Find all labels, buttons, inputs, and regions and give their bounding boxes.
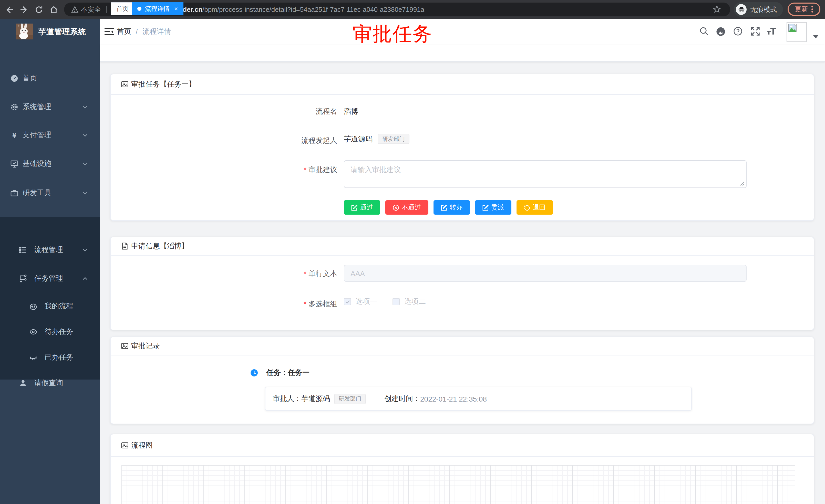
clock-icon bbox=[250, 369, 258, 377]
action-buttons: 通过 不通过 转办 委派 退回 bbox=[344, 200, 553, 215]
breadcrumb-separator: / bbox=[136, 27, 138, 36]
help-icon[interactable] bbox=[733, 26, 743, 36]
sidebar-item-infra[interactable]: 基础设施 bbox=[0, 150, 100, 178]
checkbox-checked-icon bbox=[344, 298, 351, 305]
eye-closed-icon bbox=[29, 353, 38, 362]
tab-close-icon[interactable]: × bbox=[174, 6, 178, 12]
delegate-button[interactable]: 委派 bbox=[475, 200, 511, 215]
advice-textarea[interactable]: 请输入审批建议 bbox=[344, 160, 747, 188]
sidebar-item-todo-tasks[interactable]: 待办任务 bbox=[0, 319, 100, 345]
bpmn-canvas[interactable] bbox=[122, 465, 795, 504]
bookmark-star-icon[interactable] bbox=[713, 5, 721, 15]
chevron-up-icon bbox=[82, 277, 88, 280]
sidebar-item-label: 流程管理 bbox=[34, 245, 63, 255]
sidebar-item-process-mgmt[interactable]: 流程管理 bbox=[0, 236, 100, 264]
app-logo-row[interactable]: 芋道管理系统 bbox=[0, 19, 100, 49]
sidebar-collapse-icon[interactable] bbox=[104, 28, 114, 36]
sidebar-item-label: 请假查询 bbox=[34, 379, 63, 388]
checkbox-option-2[interactable]: 选项二 bbox=[392, 297, 426, 306]
sidebar-item-home[interactable]: 首页 bbox=[0, 64, 100, 93]
avatar[interactable] bbox=[786, 22, 807, 42]
update-label: 更新 bbox=[795, 5, 808, 14]
sidebar-item-task-mgmt[interactable]: 任务管理 bbox=[0, 264, 100, 293]
font-size-icon[interactable] bbox=[767, 26, 777, 36]
checkbox-option-1[interactable]: 选项一 bbox=[344, 297, 377, 306]
sidebar-item-label: 待办任务 bbox=[45, 327, 73, 337]
flow-chart-card: 流程图 bbox=[110, 434, 814, 504]
picture-icon bbox=[121, 441, 129, 449]
sidebar-item-label: 基础设施 bbox=[22, 159, 51, 169]
breadcrumb: 首页 / 流程详情 bbox=[117, 27, 171, 36]
forward-icon[interactable] bbox=[19, 5, 29, 15]
refresh-left-icon bbox=[523, 204, 530, 211]
app-logo bbox=[16, 23, 33, 39]
fullscreen-icon[interactable] bbox=[750, 26, 760, 36]
tags-view-bar bbox=[100, 45, 825, 62]
browser-update-button[interactable]: 更新 bbox=[788, 3, 820, 16]
user-icon bbox=[19, 379, 27, 387]
tree-list-icon bbox=[19, 246, 27, 254]
text-field-label: *单行文本 bbox=[111, 268, 337, 279]
reload-icon[interactable] bbox=[34, 5, 44, 15]
broken-image-icon bbox=[788, 23, 798, 33]
caret-down-icon[interactable] bbox=[811, 32, 821, 42]
picture-icon bbox=[121, 342, 129, 350]
return-button[interactable]: 退回 bbox=[516, 200, 553, 215]
sidebar-item-system[interactable]: 系统管理 bbox=[0, 93, 100, 121]
approve-button[interactable]: 通过 bbox=[344, 200, 380, 215]
github-icon[interactable] bbox=[715, 26, 726, 36]
edit-icon bbox=[482, 204, 489, 211]
breadcrumb-home[interactable]: 首页 bbox=[117, 27, 131, 36]
approve-task-card: 审批任务【任务一】 流程名 滔博 流程发起人 芋道源码 研发部门 *审批建议 请… bbox=[110, 74, 814, 221]
security-warning[interactable]: 不安全 bbox=[71, 5, 101, 14]
task-title: 任务：任务一 bbox=[267, 368, 309, 377]
required-mark: * bbox=[304, 165, 306, 174]
sidebar-item-leave-query[interactable]: 请假查询 bbox=[0, 370, 100, 396]
apply-info-card: 申请信息【滔博】 *单行文本 *多选框组 选项一 选项二 bbox=[110, 237, 814, 330]
back-icon[interactable] bbox=[4, 5, 14, 15]
sidebar-item-my-process[interactable]: 我的流程 bbox=[0, 293, 100, 319]
dashboard-icon bbox=[10, 74, 18, 82]
edit-icon bbox=[440, 204, 447, 211]
card-title: 审批记录 bbox=[131, 341, 160, 351]
sidebar-item-devtools[interactable]: 研发工具 bbox=[0, 179, 100, 207]
created-time: 2022-01-21 22:35:08 bbox=[420, 395, 487, 403]
face-icon bbox=[29, 302, 38, 310]
sidebar-item-label: 我的流程 bbox=[45, 302, 73, 311]
url-path: /bpm/process-instance/detail?id=54aa251f… bbox=[203, 6, 424, 13]
tab-label: 首页 bbox=[116, 4, 129, 13]
active-dot bbox=[137, 7, 141, 11]
security-label: 不安全 bbox=[81, 5, 101, 14]
advice-placeholder: 请输入审批建议 bbox=[351, 165, 401, 174]
sidebar-item-payment[interactable]: ¥ 支付管理 bbox=[0, 121, 100, 150]
approver-name: 芋道源码 bbox=[301, 394, 330, 403]
warning-icon bbox=[71, 6, 78, 13]
card-title: 申请信息【滔博】 bbox=[131, 242, 189, 251]
resize-handle-icon[interactable] bbox=[740, 181, 745, 186]
transfer-button[interactable]: 转办 bbox=[433, 200, 470, 215]
search-icon[interactable] bbox=[699, 26, 709, 36]
approver-label: 审批人： bbox=[273, 394, 301, 403]
starter-label: 流程发起人 bbox=[111, 135, 337, 146]
reject-button[interactable]: 不通过 bbox=[385, 200, 428, 215]
tab-home[interactable]: 首页 bbox=[111, 2, 134, 15]
dept-tag: 研发部门 bbox=[378, 134, 409, 144]
apply-info-card-header: 申请信息【滔博】 bbox=[111, 237, 814, 256]
tab-process-detail[interactable]: 流程详情 × bbox=[132, 2, 183, 15]
annotation-approve-task: 审批任务 bbox=[353, 21, 433, 47]
checkbox-group: 选项一 选项二 bbox=[344, 297, 426, 306]
advice-label: *审批建议 bbox=[111, 164, 337, 175]
chevron-down-icon bbox=[82, 105, 88, 108]
app-title: 芋道管理系统 bbox=[39, 27, 86, 37]
circle-close-icon bbox=[392, 204, 399, 211]
single-line-text-input[interactable] bbox=[344, 265, 747, 282]
browser-menu-icon[interactable] bbox=[811, 6, 813, 13]
sidebar-item-label: 研发工具 bbox=[22, 188, 51, 198]
timeline-node: 任务：任务一 bbox=[250, 368, 309, 377]
sidebar-item-label: 支付管理 bbox=[22, 131, 51, 140]
sidebar-item-done-tasks[interactable]: 已办任务 bbox=[0, 345, 100, 370]
card-title: 审批任务【任务一】 bbox=[131, 80, 196, 89]
flow-chart-card-header: 流程图 bbox=[111, 434, 814, 457]
card-title: 流程图 bbox=[131, 441, 153, 450]
home-icon[interactable] bbox=[49, 5, 59, 15]
